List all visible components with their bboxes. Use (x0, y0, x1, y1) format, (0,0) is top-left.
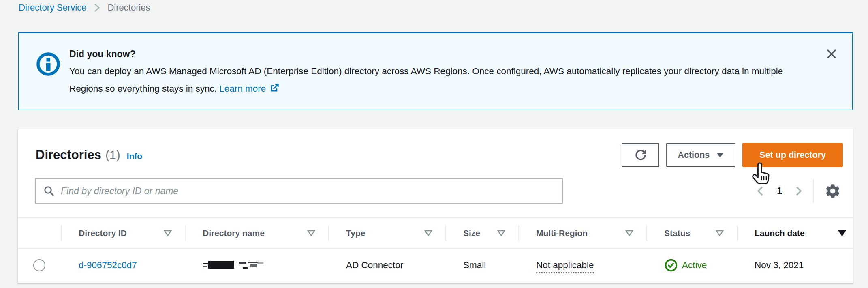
banner-body: You can deploy an AWS Managed Microsoft … (69, 62, 808, 97)
breadcrumb: Directory Service Directories (19, 2, 150, 13)
refresh-icon (633, 147, 648, 163)
banner-text: Did you know? You can deploy an AWS Mana… (69, 44, 808, 97)
status-cell: Active (646, 248, 737, 282)
info-banner: Did you know? You can deploy an AWS Mana… (18, 32, 853, 110)
sort-desc-icon (837, 230, 847, 237)
select-all-header (18, 218, 61, 248)
directories-panel: Directories (1) Info Actions Set up dire… (17, 129, 853, 283)
next-page-button[interactable] (790, 182, 807, 200)
breadcrumb-link-directory-service[interactable]: Directory Service (19, 2, 86, 13)
pagination: 1 (752, 179, 844, 203)
sort-icon (424, 230, 432, 236)
directory-id-cell: d-906752c0d7 (61, 248, 185, 282)
panel-title: Directories (36, 148, 101, 162)
gear-icon (824, 183, 841, 200)
caret-down-icon (716, 152, 724, 158)
column-header-directory-name[interactable]: Directory name (185, 218, 328, 248)
row-radio[interactable] (33, 259, 45, 271)
prev-page-button[interactable] (752, 182, 769, 200)
column-header-directory-id[interactable]: Directory ID (61, 218, 185, 248)
search-input-wrapper (35, 178, 563, 204)
directory-name-cell (185, 248, 328, 282)
launch-date-cell: Nov 3, 2021 (737, 248, 853, 282)
pagination-divider (813, 179, 814, 203)
close-icon[interactable] (825, 47, 838, 61)
multi-region-value[interactable]: Not applicable (536, 260, 594, 273)
size-cell: Small (445, 248, 518, 282)
column-header-status[interactable]: Status (646, 218, 737, 248)
search-icon (43, 185, 55, 197)
column-header-launch-date[interactable]: Launch date (737, 218, 853, 248)
panel-header: Directories (1) Info Actions Set up dire… (18, 129, 853, 168)
type-cell: AD Connector (328, 248, 445, 282)
info-link[interactable]: Info (127, 151, 142, 161)
actions-button[interactable]: Actions (666, 143, 735, 167)
chevron-left-icon (755, 185, 765, 197)
column-header-type[interactable]: Type (328, 218, 445, 248)
learn-more-link[interactable]: Learn more (219, 84, 280, 94)
search-input[interactable] (61, 186, 555, 197)
status-active-icon (664, 258, 678, 272)
chevron-right-icon (793, 185, 804, 197)
panel-title-group: Directories (1) Info (36, 148, 142, 162)
redacted-directory-name (203, 258, 264, 272)
external-link-icon (269, 82, 280, 93)
column-header-size[interactable]: Size (445, 218, 518, 248)
sort-icon (625, 230, 633, 236)
current-page[interactable]: 1 (769, 186, 790, 197)
banner-body-text: You can deploy an AWS Managed Microsoft … (69, 66, 783, 94)
banner-title: Did you know? (69, 47, 808, 61)
actions-button-label: Actions (678, 150, 710, 160)
directories-table: Directory ID Directory name Type Size Mu… (18, 217, 853, 282)
settings-button[interactable] (821, 179, 844, 203)
sort-icon (716, 230, 724, 236)
breadcrumb-current: Directories (107, 2, 150, 13)
info-icon (35, 51, 61, 77)
search-row: 1 (18, 168, 853, 204)
sort-icon (497, 230, 505, 236)
setup-directory-button[interactable]: Set up directory (742, 143, 843, 167)
status-label: Active (682, 260, 707, 271)
table-header-row: Directory ID Directory name Type Size Mu… (18, 218, 853, 248)
refresh-button[interactable] (622, 143, 659, 167)
table-row[interactable]: d-906752c0d7 AD Connector Small Not appl… (18, 248, 853, 282)
column-header-multi-region[interactable]: Multi-Region (518, 218, 646, 248)
row-select-cell (18, 248, 61, 282)
directory-id-link[interactable]: d-906752c0d7 (79, 260, 137, 270)
panel-count: (1) (105, 148, 120, 162)
breadcrumb-chevron-icon (93, 2, 101, 13)
multi-region-cell: Not applicable (518, 248, 646, 282)
panel-actions: Actions Set up directory (622, 143, 843, 167)
sort-icon (307, 230, 315, 236)
sort-icon (164, 230, 172, 236)
